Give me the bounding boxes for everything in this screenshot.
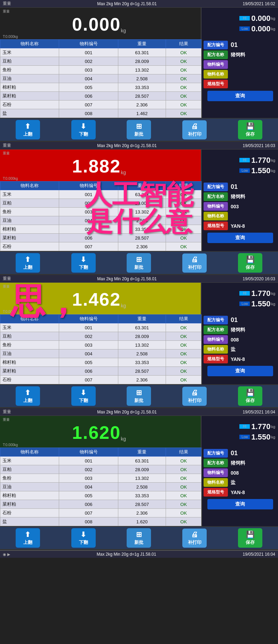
main-content-3: 物料名称 物料编号 重量 结果 玉米00163.301OK豆粕00228.009… — [0, 314, 278, 384]
spec-btn-2[interactable]: 规格型号 — [204, 222, 228, 230]
table-half-4: 物料名称 物料编号 重量 结果 玉米00163.301OK豆粕00228.009… — [0, 448, 201, 526]
save-label-2: 保存 — [246, 264, 255, 271]
recipe-btn-4[interactable]: 配方编号 — [204, 449, 228, 458]
topbar-left-4: 重量 — [3, 409, 11, 415]
recipe-name-value-3: 猪饲料 — [231, 327, 245, 333]
info-recipe-row-3: 配方编号 01 — [204, 316, 277, 324]
new-icon-4: ⊞ — [136, 530, 142, 539]
reprint-btn-1[interactable]: 🖨 补打印 — [182, 120, 207, 139]
up-btn-2[interactable]: ⬆ 上翻 — [16, 253, 40, 273]
query-btn-3[interactable]: 查询 — [207, 366, 273, 376]
col-name-2: 物料名称 — [0, 182, 59, 190]
weight-hi-row-1: HI 0.000 kg — [204, 14, 275, 23]
weight-sub-4: T:0.000kg — [3, 443, 18, 447]
weight-main-1: 重量 0.000 kg T:0.000kg — [0, 8, 201, 39]
new-btn-4[interactable]: ⊞ 新批 — [127, 528, 151, 548]
material-name-btn-3[interactable]: 物料名称 — [204, 345, 228, 354]
material-btn-1[interactable]: 物料编号 — [204, 60, 228, 69]
weight-low-row-3: Low 1.550 kg — [204, 299, 275, 308]
save-label-1: 保存 — [246, 131, 255, 137]
spec-btn-1[interactable]: 规格型号 — [204, 80, 228, 88]
material-name-value-4: 盐 — [231, 480, 236, 486]
up-btn-3[interactable]: ⬆ 上翻 — [16, 386, 40, 406]
material-name-btn-4[interactable]: 物料名称 — [204, 478, 228, 487]
down-label-1: 下翻 — [79, 131, 88, 137]
table-row: 豆油0042.508OK — [0, 483, 201, 491]
new-btn-2[interactable]: ⊞ 新批 — [127, 253, 151, 273]
weight-hi-value-3: 1.770 — [251, 289, 270, 298]
recipe-value-1: 01 — [231, 41, 238, 49]
col-code-3: 物料编号 — [59, 315, 118, 323]
info-panel-1: 配方编号 01 配方名称 猪饲料 物料编号 物料名称 规格型号 查询 — [201, 39, 278, 118]
main-content-2: 物料名称 物料编号 重量 结果 玉米00163.301OK豆粕00228.009… — [0, 181, 278, 251]
col-result-2: 结果 — [166, 182, 201, 190]
reprint-btn-2[interactable]: 🖨 补打印 — [182, 253, 207, 273]
down-btn-3[interactable]: ⬇ 下翻 — [71, 386, 96, 406]
up-btn-1[interactable]: ⬆ 上翻 — [16, 120, 40, 139]
down-btn-1[interactable]: ⬇ 下翻 — [71, 120, 96, 139]
material-btn-3[interactable]: 物料编号 — [204, 335, 228, 344]
top-bar-4: 重量 Max 2kg Min 20g d=1g J1.58.01 19/05/2… — [0, 408, 278, 416]
save-btn-3[interactable]: 💾 保存 — [238, 386, 262, 406]
save-btn-1[interactable]: 💾 保存 — [238, 120, 262, 139]
info-matname-row-2: 物料名称 — [204, 212, 277, 220]
spec-btn-4[interactable]: 规格型号 — [204, 488, 228, 497]
table-section-2: 物料名称 物料编号 重量 结果 玉米00163.301OK豆粕00228.009… — [0, 181, 201, 251]
weight-low-label-1: Low — [239, 26, 250, 31]
reprint-label-1: 补打印 — [188, 131, 201, 137]
down-btn-4[interactable]: ⬇ 下翻 — [71, 528, 96, 548]
query-btn-2[interactable]: 查询 — [207, 233, 273, 243]
table-row: 鱼粉00313.302OK — [0, 208, 201, 216]
col-name-1: 物料名称 — [0, 40, 59, 48]
topbar-center-2: Max 2kg Min 20g d=1g J1.58.01 — [97, 143, 157, 148]
status-center: Max 2kg Min 20g d=1g J1.58.01 — [97, 552, 156, 557]
query-btn-4[interactable]: 查询 — [207, 499, 273, 509]
recipe-btn-3[interactable]: 配方编号 — [204, 316, 228, 324]
topbar-left-3: 重量 — [3, 276, 11, 282]
new-label-3: 新批 — [134, 397, 143, 404]
col-result-3: 结果 — [166, 315, 201, 323]
toolbar-3: ⬆ 上翻 ⬇ 下翻 ⊞ 新批 🖨 补打印 💾 保存 — [0, 384, 278, 407]
info-matname-row-3: 物料名称 盐 — [204, 345, 277, 354]
weight-low-label-3: Low — [239, 301, 250, 306]
material-btn-4[interactable]: 物料编号 — [204, 468, 228, 477]
down-btn-2[interactable]: ⬇ 下翻 — [71, 253, 96, 273]
reprint-label-3: 补打印 — [188, 397, 201, 404]
material-name-btn-1[interactable]: 物料名称 — [204, 70, 228, 79]
up-btn-4[interactable]: ⬆ 上翻 — [16, 528, 40, 548]
info-spec-row-2: 规格型号 YAN-8 — [204, 222, 277, 230]
panel-2: 重量 Max 2kg Min 20g d=1g J1.58.01 19/05/2… — [0, 142, 278, 275]
query-btn-1[interactable]: 查询 — [207, 91, 273, 101]
recipe-name-btn-1[interactable]: 配方名称 — [204, 50, 228, 59]
new-btn-1[interactable]: ⊞ 新批 — [127, 120, 151, 139]
recipe-name-btn-3[interactable]: 配方名称 — [204, 325, 228, 334]
material-name-btn-2[interactable]: 物料名称 — [204, 212, 228, 220]
weight-unit-1: kg — [121, 28, 126, 33]
table-row: 盐0081.620OK — [0, 517, 201, 526]
recipe-btn-2[interactable]: 配方编号 — [204, 183, 228, 191]
save-btn-2[interactable]: 💾 保存 — [238, 253, 262, 273]
reprint-btn-3[interactable]: 🖨 补打印 — [182, 387, 207, 406]
panel-1: 重量 Max 2kg Min 20g d=1g J1.58.01 19/05/2… — [0, 0, 278, 142]
material-btn-2[interactable]: 物料编号 — [204, 202, 228, 211]
col-code-4: 物料编号 — [59, 448, 118, 457]
save-btn-4[interactable]: 💾 保存 — [238, 528, 262, 548]
table-row: 盐0081.462OK — [0, 109, 201, 118]
recipe-btn-1[interactable]: 配方编号 — [204, 41, 228, 49]
new-icon-3: ⊞ — [136, 388, 142, 397]
weight-hi-row-3: HI 1.770 kg — [204, 289, 275, 298]
topbar-left-1: 重量 — [3, 1, 11, 7]
table-row: 豆粕00228.009OK — [0, 57, 201, 66]
spec-btn-3[interactable]: 规格型号 — [204, 355, 228, 363]
toolbar-4: ⬆ 上翻 ⬇ 下翻 ⊞ 新批 🖨 补打印 💾 保存 — [0, 526, 278, 549]
table-row: 豆油0042.508OK — [0, 216, 201, 225]
weight-label-1: 重量 — [3, 9, 10, 14]
recipe-name-btn-2[interactable]: 配方名称 — [204, 192, 228, 201]
info-material-row-4: 物料编号 008 — [204, 468, 277, 477]
weight-low-value-3: 1.550 — [251, 299, 270, 308]
table-row: 豆油0042.508OK — [0, 74, 201, 83]
recipe-name-btn-4[interactable]: 配方名称 — [204, 459, 228, 467]
save-icon-4: 💾 — [246, 530, 255, 539]
reprint-btn-4[interactable]: 🖨 补打印 — [182, 529, 207, 548]
new-btn-3[interactable]: ⊞ 新批 — [127, 386, 151, 406]
